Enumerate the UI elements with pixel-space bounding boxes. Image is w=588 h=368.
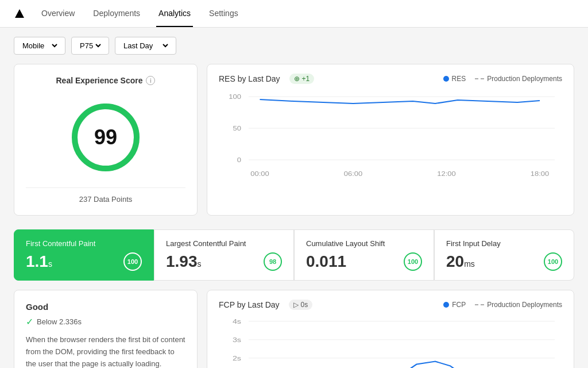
res-chart-legend: RES Production Deployments	[443, 75, 562, 83]
good-check: ✓ Below 2.336s	[26, 316, 185, 327]
nav-bar: Overview Deployments Analytics Settings	[0, 0, 588, 28]
svg-text:06:00: 06:00	[344, 171, 362, 177]
svg-text:00:00: 00:00	[250, 171, 269, 177]
fcp-chart-legend: FCP Production Deployments	[443, 301, 562, 309]
score-number: 99	[94, 125, 117, 150]
legend-dash-prod	[475, 78, 484, 79]
logo-icon	[14, 8, 25, 20]
metric-cls-label: Cumulative Layout Shift	[306, 239, 422, 248]
good-title: Good	[26, 302, 185, 312]
res-chart-card: RES by Last Day ⊕ +1 RES Production Depl…	[207, 64, 574, 216]
info-icon[interactable]: i	[146, 76, 155, 85]
good-card: Good ✓ Below 2.336s When the browser ren…	[14, 290, 198, 368]
platform-filter[interactable]: Mobile Desktop	[14, 37, 65, 55]
metric-fcp-score: 100	[123, 252, 142, 271]
svg-text:0: 0	[237, 157, 241, 163]
svg-text:50: 50	[233, 125, 241, 131]
svg-text:18:00: 18:00	[531, 171, 549, 177]
nav-item-settings[interactable]: Settings	[207, 0, 241, 27]
nav-item-analytics[interactable]: Analytics	[156, 0, 193, 27]
nav-item-overview[interactable]: Overview	[39, 0, 77, 27]
filters-bar: Mobile Desktop P75 P50 P95 Last Day Last…	[0, 28, 588, 64]
main-grid: Real Experience Score i 99 237 Data Poin…	[0, 64, 588, 229]
chart-header: RES by Last Day ⊕ +1 RES Production Depl…	[219, 74, 562, 84]
metric-fcp-value: 1.1s	[26, 252, 52, 271]
data-points: 237 Data Points	[26, 187, 185, 204]
bottom-grid: Good ✓ Below 2.336s When the browser ren…	[0, 290, 588, 368]
metric-lcp-score: 98	[264, 252, 282, 271]
legend-dot-res	[443, 76, 449, 82]
metric-cls[interactable]: Cumulative Layout Shift 0.011 100	[294, 229, 434, 281]
metric-fcp-value-row: 1.1s 100	[26, 252, 142, 271]
metric-cls-value-row: 0.011 100	[306, 252, 422, 271]
metric-cls-value: 0.011	[306, 252, 346, 271]
svg-text:4s: 4s	[233, 318, 241, 325]
timerange-filter[interactable]: Last Day Last Week Last Month	[115, 37, 176, 55]
metric-fid-value-row: 20ms 100	[446, 252, 562, 271]
metric-fid[interactable]: First Input Delay 20ms 100	[434, 229, 574, 281]
res-chart-svg: 100 50 0 00:00 06:00 12:00 18:00	[219, 91, 562, 183]
legend-fcp: FCP	[443, 301, 466, 309]
metric-cls-score: 100	[404, 252, 422, 271]
platform-select[interactable]: Mobile Desktop	[20, 41, 59, 51]
metric-lcp-value: 1.93s	[166, 252, 202, 271]
fcp-chart-title: FCP by Last Day	[219, 300, 280, 309]
metric-fcp[interactable]: First Contentful Paint 1.1s 100	[14, 229, 154, 281]
fcp-chart-card: FCP by Last Day ▷ 0s FCP Production Depl…	[207, 290, 574, 368]
percentile-select[interactable]: P75 P50 P95	[78, 41, 103, 51]
check-icon: ✓	[26, 316, 33, 327]
res-score-title: Real Experience Score i	[56, 76, 156, 85]
metrics-row: First Contentful Paint 1.1s 100 Largest …	[0, 229, 588, 281]
legend-dash-fcp-prod	[475, 304, 484, 305]
fcp-chart-svg: 4s 3s 2s 1s 0s 00:00 06:00 12:00 18:00	[219, 317, 562, 368]
res-score-card: Real Experience Score i 99 237 Data Poin…	[14, 64, 198, 216]
metric-lcp[interactable]: Largest Contentful Paint 1.93s 98	[154, 229, 294, 281]
nav-item-deployments[interactable]: Deployments	[91, 0, 142, 27]
percentile-filter[interactable]: P75 P50 P95	[71, 37, 109, 55]
legend-res: RES	[443, 75, 466, 83]
fcp-chart-badge: ▷ 0s	[289, 300, 313, 310]
res-chart-badge: ⊕ +1	[289, 74, 315, 84]
metric-fcp-label: First Contentful Paint	[26, 239, 142, 248]
metric-fid-score: 100	[544, 252, 562, 271]
good-desc: When the browser renders the first bit o…	[26, 334, 185, 368]
metric-fid-label: First Input Delay	[446, 239, 562, 248]
svg-marker-0	[15, 9, 24, 18]
fcp-chart-header: FCP by Last Day ▷ 0s FCP Production Depl…	[219, 300, 562, 310]
metric-fid-value: 20ms	[446, 252, 475, 271]
score-ring: 99	[68, 100, 143, 175]
legend-dot-fcp	[443, 302, 449, 308]
legend-prod-dep: Production Deployments	[475, 75, 562, 83]
svg-text:12:00: 12:00	[437, 171, 455, 177]
metric-lcp-label: Largest Contentful Paint	[166, 239, 282, 248]
res-chart-title: RES by Last Day	[219, 74, 280, 83]
svg-text:100: 100	[229, 94, 241, 99]
metric-lcp-value-row: 1.93s 98	[166, 252, 282, 271]
svg-text:2s: 2s	[233, 355, 241, 362]
legend-fcp-prod-dep: Production Deployments	[475, 301, 562, 309]
svg-text:3s: 3s	[233, 336, 241, 343]
timerange-select[interactable]: Last Day Last Week Last Month	[121, 41, 170, 51]
